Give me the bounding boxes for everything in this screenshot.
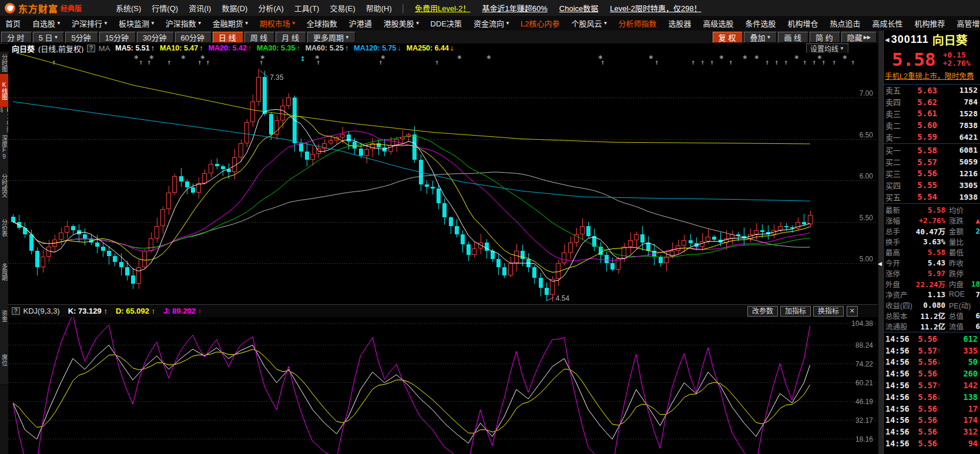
nav-item[interactable]: 沪深排行▼ xyxy=(72,18,108,29)
menu-item[interactable]: 交易(E) xyxy=(330,2,355,14)
menu-item[interactable]: 资讯(I) xyxy=(189,2,211,14)
nav-item[interactable]: 热点追击 xyxy=(830,18,861,29)
nav-item[interactable]: 条件选股 xyxy=(745,18,777,29)
period-button[interactable]: 60分钟 xyxy=(175,32,212,43)
order-volume: 6081 xyxy=(937,146,978,154)
menu-item[interactable]: 系统(S) xyxy=(116,2,141,14)
nav-item[interactable]: 港股美股▼ xyxy=(384,18,420,29)
promo-link[interactable]: Level-2限时特惠，仅298！ xyxy=(610,2,701,14)
tick-time: 14:56 xyxy=(885,369,911,378)
period-button[interactable]: 日 线 xyxy=(213,32,243,43)
stat-label: 涨停 xyxy=(885,268,912,279)
tick-time: 14:56 xyxy=(885,392,911,402)
left-tab[interactable]: 资金 xyxy=(0,297,8,335)
left-tab[interactable]: F10资料 xyxy=(0,107,8,133)
indicator-button[interactable]: 改参数 xyxy=(747,306,778,317)
l2-promo-link[interactable]: 手机L2重磅上市，限时免费 xyxy=(884,70,980,85)
menu-item[interactable]: 分析(A) xyxy=(258,2,283,14)
period-button[interactable]: 月 线 xyxy=(276,32,306,43)
stat-row: 流通股11.2亿流值6 xyxy=(884,321,980,331)
nav-item[interactable]: 高成长性 xyxy=(872,18,904,29)
dropdown-arrow-icon: ▼ xyxy=(415,21,420,26)
menu-item[interactable]: 行情(Q) xyxy=(152,2,178,14)
stat-label: 流值 xyxy=(945,321,965,332)
nav-item[interactable]: L2核心内参 xyxy=(521,18,561,29)
stat-value: 5.58 xyxy=(912,206,945,214)
candlestick-chart[interactable] xyxy=(8,53,878,304)
period-button[interactable]: 30分钟 xyxy=(137,32,173,43)
nav-item[interactable]: 金融期货▼ xyxy=(213,18,249,29)
chart-tool-button[interactable]: 叠加▼ xyxy=(744,32,777,43)
nav-item[interactable]: 沪港通 xyxy=(349,18,373,29)
period-button[interactable]: 5分钟 xyxy=(65,32,98,43)
left-tab[interactable]: 分时图 xyxy=(0,52,8,75)
prev-stock-icon[interactable]: ◀ xyxy=(885,36,890,43)
ma-settings-button[interactable]: 设置均线▼ xyxy=(806,43,848,53)
trend-arrow-icon: ↑ xyxy=(345,44,348,52)
order-level-label: 买五 xyxy=(885,191,905,203)
nav-item[interactable]: 全球指数 xyxy=(307,18,338,29)
chart-tool-button[interactable]: 复 权 xyxy=(713,32,743,43)
nav-item[interactable]: 板块监测▼ xyxy=(119,18,155,29)
left-tab[interactable]: 席位 xyxy=(0,335,8,385)
dropdown-arrow-icon: ▼ xyxy=(603,21,608,26)
ma-value: MA120: 5.75↓ xyxy=(354,44,401,52)
tick-price: 5.56 xyxy=(911,369,937,378)
menu-separator: | xyxy=(402,3,404,14)
trend-arrow-icon: ↑ xyxy=(198,307,202,315)
nav-item[interactable]: 首页 xyxy=(5,18,22,29)
nav-item-label: 个股风云 xyxy=(571,18,602,29)
tick-row: 14:565.56612 xyxy=(884,333,980,345)
stat-row: 换手3.63%量比 xyxy=(884,236,980,247)
menu-item[interactable]: 帮助(H) xyxy=(366,2,392,14)
nav-item[interactable]: 高管增持 xyxy=(957,18,980,29)
tick-volume: 335 xyxy=(944,346,978,355)
nav-item[interactable]: 个股风云▼ xyxy=(571,18,608,29)
promo-link[interactable]: 免费用Level-2！ xyxy=(415,2,471,14)
nav-item[interactable]: DDE决策 xyxy=(431,18,463,29)
chart-tool-button[interactable]: 简 约 xyxy=(810,32,840,43)
stat-label: 外盘 xyxy=(885,278,912,290)
nav-item[interactable]: 机构增仓 xyxy=(787,18,819,29)
period-button[interactable]: 更多周期▼ xyxy=(307,32,355,43)
indicator-button[interactable]: 加指标 xyxy=(780,306,811,317)
panel-splitter[interactable]: ◀ xyxy=(878,31,884,454)
left-tab[interactable]: K线图 xyxy=(0,74,8,107)
chart-toolbar: 分 时5 日▼5分钟15分钟30分钟60分钟日 线周 线月 线更多周期▼ 复 权… xyxy=(0,31,878,44)
promo-link[interactable]: 基金近1年赚超60% xyxy=(482,2,548,14)
trend-arrow-icon: ↑ xyxy=(103,307,108,315)
nav-item[interactable]: 分析师指数 xyxy=(618,18,657,29)
tick-row: 14:565.56↓138 xyxy=(884,391,980,403)
period-button[interactable]: 15分钟 xyxy=(99,32,136,43)
left-tab[interactable]: 分价表 xyxy=(0,209,8,247)
eastmoney-logo[interactable]: 东方财富 经典版 xyxy=(5,1,110,15)
nav-item[interactable]: 期权市场▼ xyxy=(260,18,296,29)
left-tab[interactable]: 深度F9 xyxy=(0,133,8,163)
menu-item[interactable]: 数据(D) xyxy=(221,2,247,14)
period-button[interactable]: 分 时 xyxy=(1,32,32,43)
stat-row: 收益(四)0.080PE(动) xyxy=(884,300,980,310)
chart-tool-button[interactable]: 隐藏▶▶ xyxy=(841,32,877,43)
promo-link[interactable]: Choice数据 xyxy=(559,2,598,14)
kdj-indicator-chart[interactable] xyxy=(8,317,878,454)
order-volume: 784 xyxy=(937,97,978,106)
nav-item[interactable]: 沪深指数▼ xyxy=(166,18,202,29)
nav-item-label: 期权市场 xyxy=(260,18,290,29)
left-tab[interactable]: 分时成交 xyxy=(0,162,8,210)
chart-tool-button[interactable]: 画 线 xyxy=(778,32,808,43)
nav-item[interactable]: 机构推荐 xyxy=(915,18,947,29)
tick-direction-icon: ↑ xyxy=(937,381,944,389)
close-indicator-icon[interactable]: ✕ xyxy=(847,306,858,317)
indicator-button[interactable]: 换指标 xyxy=(813,306,844,317)
menu-item[interactable]: 工具(T) xyxy=(294,2,320,14)
kdj-help-icon[interactable]: ? xyxy=(12,307,20,315)
help-icon[interactable]: ? xyxy=(87,45,95,52)
period-button[interactable]: 5 日▼ xyxy=(33,32,65,43)
nav-item[interactable]: 选股器 xyxy=(668,18,692,29)
nav-item[interactable]: 资金流向▼ xyxy=(474,18,510,29)
collapse-panel-icon[interactable]: ◀ xyxy=(878,261,882,267)
nav-item[interactable]: 高级选股 xyxy=(703,18,734,29)
period-button[interactable]: 周 线 xyxy=(244,32,275,43)
left-tab[interactable]: 多周期 xyxy=(0,247,8,297)
nav-item[interactable]: 自选股▼ xyxy=(32,18,61,29)
